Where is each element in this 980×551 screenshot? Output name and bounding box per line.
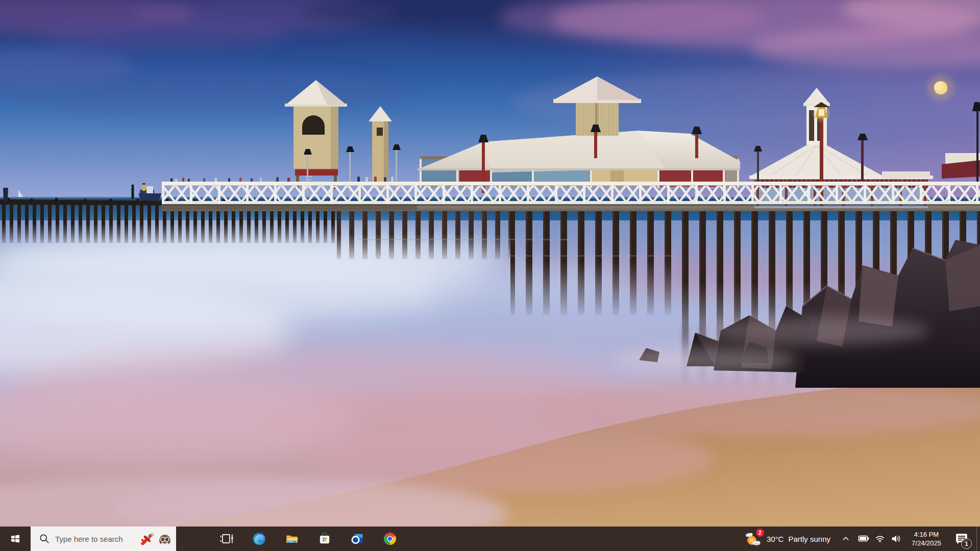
battery-button[interactable] <box>855 527 872 551</box>
taskbar-apps <box>210 527 406 551</box>
task-view-icon <box>220 532 233 545</box>
chevron-up-icon <box>841 534 850 543</box>
taskbar-app-chrome[interactable] <box>374 527 406 551</box>
weather-widget[interactable]: 2 30°C Partly sunny <box>739 527 837 551</box>
taskbar-app-outlook[interactable] <box>341 527 374 551</box>
hidden-icons-button[interactable] <box>837 527 855 551</box>
system-tray: 2 30°C Partly sunny <box>739 527 980 551</box>
moon <box>923 70 958 105</box>
volume-icon <box>891 533 902 544</box>
toy-plane-icon <box>139 531 156 547</box>
outlook-icon <box>350 532 364 546</box>
volume-button[interactable] <box>888 527 905 551</box>
battery-icon <box>858 533 869 544</box>
weather-temperature: 30°C <box>767 535 784 543</box>
pier-railing <box>162 182 980 206</box>
search-box[interactable] <box>31 527 176 551</box>
start-button[interactable] <box>0 527 31 551</box>
wifi-icon <box>875 534 885 544</box>
clock-date: 7/24/2025 <box>912 539 941 547</box>
search-input[interactable] <box>54 534 139 544</box>
search-highlight-decoration[interactable] <box>139 531 173 547</box>
taskbar: 2 30°C Partly sunny <box>0 527 980 551</box>
taskbar-app-file-explorer[interactable] <box>276 527 308 551</box>
taskbar-app-task-view[interactable] <box>210 527 243 551</box>
aviator-cap-icon <box>157 531 173 547</box>
weather-condition: Partly sunny <box>788 535 830 543</box>
clock[interactable]: 4:16 PM 7/24/2025 <box>905 527 948 551</box>
search-icon <box>39 533 50 544</box>
file-explorer-icon <box>285 532 299 546</box>
clock-time: 4:16 PM <box>914 530 939 539</box>
desktop[interactable] <box>0 0 980 527</box>
wallpaper-image <box>0 0 980 527</box>
chrome-icon <box>383 532 397 546</box>
taskbar-app-microsoft-store[interactable] <box>308 527 341 551</box>
wifi-button[interactable] <box>872 527 888 551</box>
action-center-badge: 1 <box>961 538 972 549</box>
show-desktop-button[interactable] <box>976 527 980 551</box>
action-center-button[interactable]: 1 <box>948 527 976 551</box>
taskbar-app-edge[interactable] <box>243 527 276 551</box>
microsoft-store-icon <box>317 532 332 546</box>
windows-logo-icon <box>10 533 21 544</box>
edge-icon <box>252 532 266 546</box>
weather-badge: 2 <box>756 529 764 537</box>
fisherman-silhouette <box>131 184 134 199</box>
distant-lighthouse <box>3 188 8 202</box>
